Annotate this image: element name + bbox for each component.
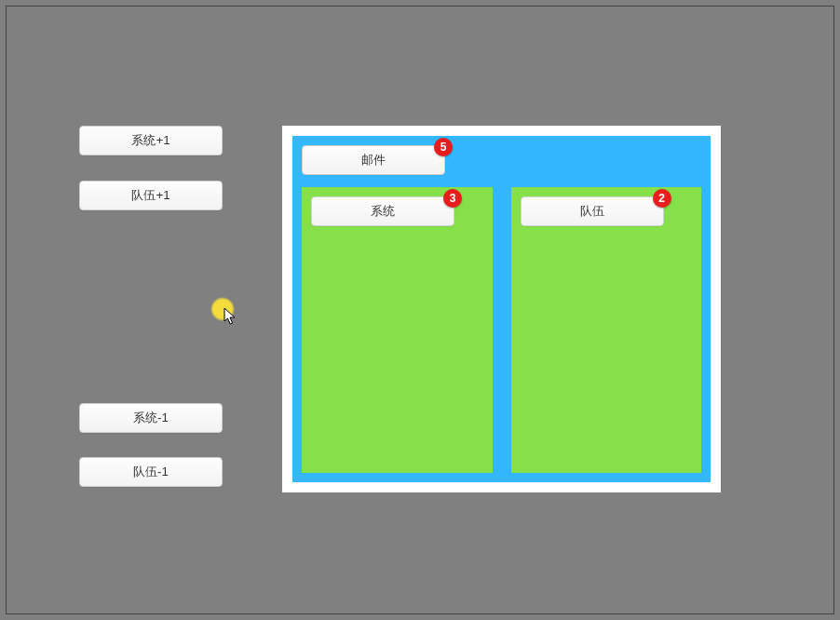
team-minus-button[interactable]: 队伍-1	[79, 457, 223, 487]
sub-panels-row: 系统 3 队伍 2	[302, 187, 701, 473]
mail-button-wrap: 邮件 5	[302, 145, 445, 175]
team-panel: 队伍 2	[511, 187, 702, 473]
cursor-arrow-icon	[224, 307, 238, 326]
cursor-highlight-icon	[210, 297, 235, 321]
editor-canvas: 系统+1 队伍+1 系统-1 队伍-1 邮件 5 系统 3 队伍 2	[6, 6, 834, 614]
team-button-wrap: 队伍 2	[521, 196, 664, 226]
system-button-wrap: 系统 3	[311, 196, 454, 226]
mail-button[interactable]: 邮件	[302, 145, 445, 175]
mail-panel: 邮件 5 系统 3 队伍 2	[292, 136, 711, 482]
team-plus-button[interactable]: 队伍+1	[79, 181, 223, 210]
system-plus-button[interactable]: 系统+1	[79, 126, 223, 155]
mail-badge: 5	[434, 138, 453, 156]
system-button[interactable]: 系统	[311, 196, 454, 226]
preview-outer-panel: 邮件 5 系统 3 队伍 2	[282, 126, 721, 492]
team-button[interactable]: 队伍	[521, 196, 664, 226]
system-badge: 3	[443, 189, 462, 208]
system-panel: 系统 3	[302, 187, 493, 473]
system-minus-button[interactable]: 系统-1	[79, 403, 223, 433]
team-badge: 2	[653, 189, 671, 208]
